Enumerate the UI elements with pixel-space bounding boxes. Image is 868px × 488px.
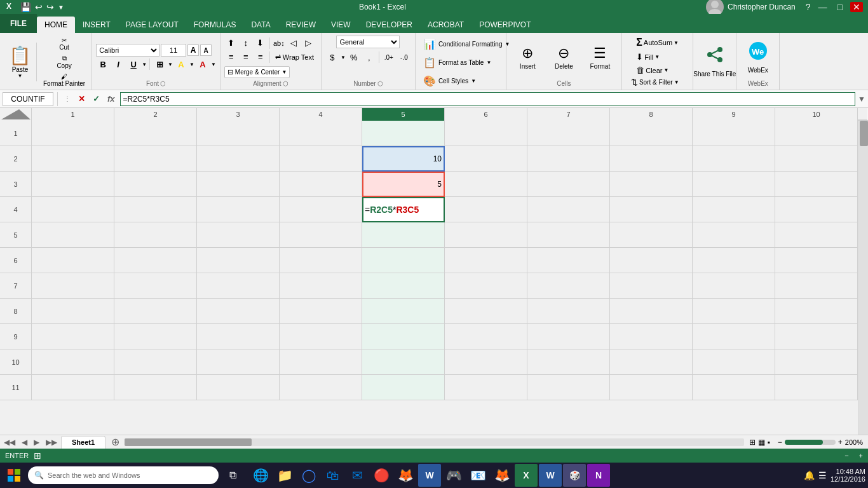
- cell-7-1[interactable]: [32, 273, 114, 299]
- tab-powerpivot[interactable]: POWERPIVOT: [471, 17, 538, 33]
- cell-10-3[interactable]: [197, 349, 280, 375]
- cell-7-6[interactable]: [445, 273, 527, 299]
- cell-6-3[interactable]: [197, 248, 280, 273]
- format-button[interactable]: ☰ Format: [583, 43, 618, 72]
- maximize-button[interactable]: □: [835, 2, 845, 12]
- cell-5-9[interactable]: [693, 222, 775, 248]
- cell-10-8[interactable]: [610, 349, 693, 375]
- bold-button[interactable]: B: [96, 58, 110, 71]
- merge-dropdown[interactable]: ▼: [281, 69, 287, 75]
- cell-6-8[interactable]: [610, 248, 693, 273]
- cell-5-3[interactable]: [197, 222, 280, 248]
- font-expand-icon[interactable]: ⬡: [160, 80, 166, 87]
- cell-9-2[interactable]: [114, 324, 197, 349]
- cell-1-9[interactable]: [693, 121, 775, 146]
- cell-11-4[interactable]: [280, 375, 362, 400]
- cell-10-6[interactable]: [445, 349, 527, 375]
- cell-7-7[interactable]: [527, 273, 610, 299]
- col-header-2[interactable]: 2: [114, 108, 197, 121]
- tab-acrobat[interactable]: ACROBAT: [420, 17, 471, 33]
- number-format-select[interactable]: General: [336, 36, 400, 48]
- fill-color-button[interactable]: A: [174, 58, 188, 71]
- cell-2-5[interactable]: 10: [362, 146, 445, 172]
- wrap-text-button[interactable]: ⇌ Wrap Text: [272, 51, 317, 63]
- cell-2-6[interactable]: [445, 146, 527, 172]
- merge-center-button[interactable]: ⊟ Merge & Center ▼: [224, 66, 290, 78]
- cell-6-7[interactable]: [527, 248, 610, 273]
- font-family-select[interactable]: Calibri: [96, 44, 159, 57]
- taskbar-app-excel[interactable]: X: [515, 464, 538, 487]
- cell-6-4[interactable]: [280, 248, 362, 273]
- cell-8-10[interactable]: [775, 299, 858, 324]
- cell-2-8[interactable]: [610, 146, 693, 172]
- row-header-6[interactable]: 6: [0, 248, 32, 273]
- sheet-tab-sheet1[interactable]: Sheet1: [61, 436, 105, 449]
- zoom-in-button[interactable]: +: [838, 438, 843, 447]
- cell-5-2[interactable]: [114, 222, 197, 248]
- page-break-view-button[interactable]: ▪: [768, 438, 770, 447]
- cell-3-5[interactable]: 5: [362, 172, 445, 197]
- currency-button[interactable]: $: [325, 51, 339, 64]
- row-header-4[interactable]: 4: [0, 197, 32, 222]
- cell-4-9[interactable]: [693, 197, 775, 222]
- cell-3-1[interactable]: [32, 172, 114, 197]
- row-header-10[interactable]: 10: [0, 349, 32, 375]
- col-header-3[interactable]: 3: [197, 108, 280, 121]
- cell-5-5[interactable]: [362, 222, 445, 248]
- hscroll-thumb[interactable]: [125, 438, 252, 446]
- cell-1-10[interactable]: [775, 121, 858, 146]
- cell-9-1[interactable]: [32, 324, 114, 349]
- col-header-4[interactable]: 4: [280, 108, 362, 121]
- cell-7-9[interactable]: [693, 273, 775, 299]
- cell-7-10[interactable]: [775, 273, 858, 299]
- sheet-nav-prev[interactable]: ◀: [19, 437, 30, 448]
- border-dropdown[interactable]: ▼: [168, 62, 173, 67]
- cell-2-4[interactable]: [280, 146, 362, 172]
- sort-filter-button[interactable]: ⇅ Sort & Filter ▼: [628, 76, 689, 88]
- indent-decrease-button[interactable]: ◁: [287, 37, 301, 50]
- copy-button[interactable]: ⧉ Copy: [41, 53, 88, 71]
- cell-10-7[interactable]: [527, 349, 610, 375]
- options-icon[interactable]: ⋮: [62, 95, 73, 102]
- status-zoom-out[interactable]: −: [844, 452, 848, 459]
- font-color-button[interactable]: A: [196, 58, 210, 71]
- font-size-increase-button[interactable]: A: [187, 44, 199, 56]
- cell-10-4[interactable]: [280, 349, 362, 375]
- align-middle-button[interactable]: ↕: [239, 37, 253, 50]
- underline-button[interactable]: U: [126, 58, 140, 71]
- formula-expand-button[interactable]: ▼: [858, 95, 865, 104]
- tab-view[interactable]: VIEW: [323, 17, 358, 33]
- cell-4-6[interactable]: [445, 197, 527, 222]
- cell-7-8[interactable]: [610, 273, 693, 299]
- taskbar-app-edge[interactable]: 🌐: [249, 464, 272, 487]
- row-header-2[interactable]: 2: [0, 146, 32, 172]
- cell-7-4[interactable]: [280, 273, 362, 299]
- taskbar-app-cortana[interactable]: ◯: [297, 464, 320, 487]
- tab-file[interactable]: FILE: [0, 14, 37, 33]
- cell-11-5[interactable]: [362, 375, 445, 400]
- cell-8-4[interactable]: [280, 299, 362, 324]
- formula-input[interactable]: [120, 92, 856, 106]
- cell-8-3[interactable]: [197, 299, 280, 324]
- cell-3-4[interactable]: [280, 172, 362, 197]
- add-sheet-button[interactable]: ⊕: [108, 437, 122, 448]
- sheet-nav-first[interactable]: ◀◀: [1, 437, 18, 448]
- cell-5-4[interactable]: [280, 222, 362, 248]
- underline-dropdown[interactable]: ▼: [142, 62, 147, 67]
- percent-button[interactable]: %: [347, 51, 361, 64]
- delete-button[interactable]: ⊖ Delete: [546, 43, 581, 72]
- taskbar-app-ff2[interactable]: 🦊: [491, 464, 513, 487]
- currency-dropdown[interactable]: ▼: [341, 55, 346, 60]
- cell-5-7[interactable]: [527, 222, 610, 248]
- taskbar-search[interactable]: 🔍 Search the web and Windows: [28, 466, 219, 484]
- cell-2-1[interactable]: [32, 146, 114, 172]
- insert-button[interactable]: ⊕ Insert: [510, 43, 545, 72]
- paste-button[interactable]: 📋 Paste ▼: [4, 43, 37, 81]
- cell-11-8[interactable]: [610, 375, 693, 400]
- cell-8-2[interactable]: [114, 299, 197, 324]
- taskbar-app-chrome[interactable]: 🔴: [370, 464, 393, 487]
- cell-3-8[interactable]: [610, 172, 693, 197]
- name-box[interactable]: [3, 92, 53, 106]
- taskbar-app-teams[interactable]: 🎲: [563, 464, 586, 487]
- font-size-decrease-button[interactable]: A: [200, 44, 212, 56]
